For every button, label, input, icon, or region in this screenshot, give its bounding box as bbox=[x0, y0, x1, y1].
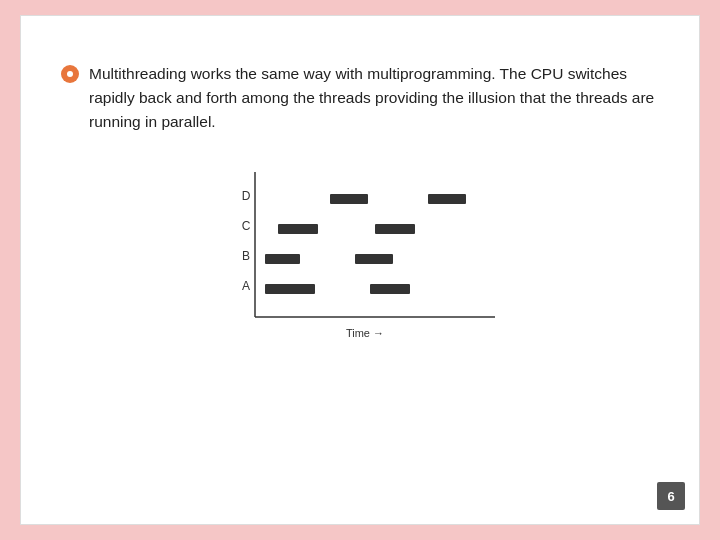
thread-chart-svg: D C B A Time → bbox=[210, 162, 510, 362]
svg-rect-13 bbox=[330, 194, 368, 204]
svg-rect-7 bbox=[265, 284, 315, 294]
slide: Multithreading works the same way with m… bbox=[20, 15, 700, 525]
svg-text:C: C bbox=[242, 219, 251, 233]
svg-text:B: B bbox=[242, 249, 250, 263]
diagram: D C B A Time → bbox=[210, 162, 510, 362]
svg-text:D: D bbox=[242, 189, 251, 203]
svg-rect-8 bbox=[370, 284, 410, 294]
diagram-container: D C B A Time → bbox=[61, 162, 659, 362]
svg-rect-11 bbox=[278, 224, 318, 234]
svg-rect-12 bbox=[375, 224, 415, 234]
svg-rect-14 bbox=[428, 194, 466, 204]
bullet-icon bbox=[61, 65, 79, 83]
svg-rect-9 bbox=[265, 254, 300, 264]
svg-text:Time →: Time → bbox=[346, 327, 384, 339]
bullet-row: Multithreading works the same way with m… bbox=[61, 62, 659, 134]
svg-rect-10 bbox=[355, 254, 393, 264]
bullet-text: Multithreading works the same way with m… bbox=[89, 62, 659, 134]
svg-text:A: A bbox=[242, 279, 250, 293]
page-number: 6 bbox=[657, 482, 685, 510]
